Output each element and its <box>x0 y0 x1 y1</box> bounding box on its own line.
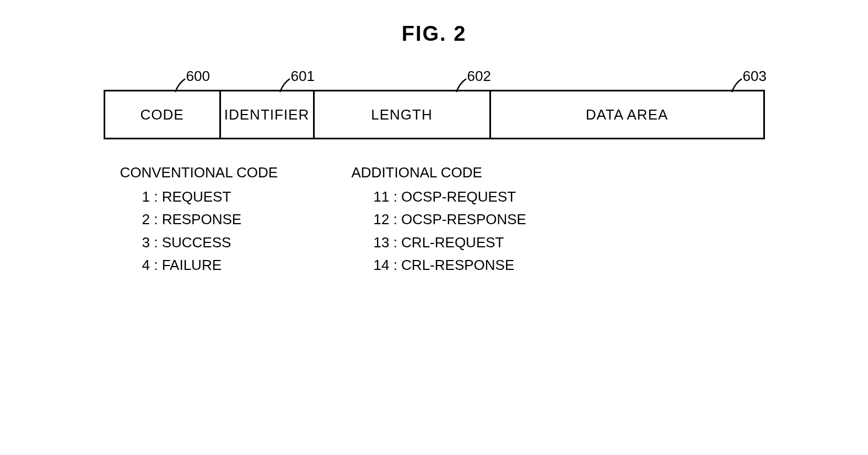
additional-code-item: 14 : CRL-RESPONSE <box>352 254 572 277</box>
conventional-code-heading: CONVENTIONAL CODE <box>120 161 330 185</box>
figure-title: FIG. 2 <box>22 22 846 46</box>
additional-code-heading: ADDITIONAL CODE <box>352 161 572 185</box>
additional-code-item: 12 : OCSP-RESPONSE <box>352 208 572 231</box>
conventional-code-item: 1 : REQUEST <box>120 186 330 209</box>
additional-code-column: ADDITIONAL CODE 11 : OCSP-REQUEST 12 : O… <box>352 161 572 277</box>
ref-603: 603 <box>743 68 767 85</box>
ref-600: 600 <box>186 68 210 85</box>
ref-602: 602 <box>467 68 491 85</box>
conventional-code-item: 4 : FAILURE <box>120 254 330 277</box>
field-length: LENGTH <box>315 91 491 138</box>
field-code: CODE <box>105 91 221 138</box>
code-lists: CONVENTIONAL CODE 1 : REQUEST 2 : RESPON… <box>104 161 765 277</box>
field-identifier: IDENTIFIER <box>221 91 315 138</box>
field-data-area: DATA AREA <box>491 91 763 138</box>
conventional-code-item: 3 : SUCCESS <box>120 231 330 254</box>
additional-code-item: 13 : CRL-REQUEST <box>352 231 572 254</box>
conventional-code-item: 2 : RESPONSE <box>120 208 330 231</box>
packet-structure: 600 601 602 603 CODE IDENTIFIER LENGTH D… <box>104 90 765 139</box>
ref-601: 601 <box>291 68 315 85</box>
additional-code-item: 11 : OCSP-REQUEST <box>352 186 572 209</box>
packet-row: CODE IDENTIFIER LENGTH DATA AREA <box>104 90 765 139</box>
conventional-code-column: CONVENTIONAL CODE 1 : REQUEST 2 : RESPON… <box>120 161 330 277</box>
